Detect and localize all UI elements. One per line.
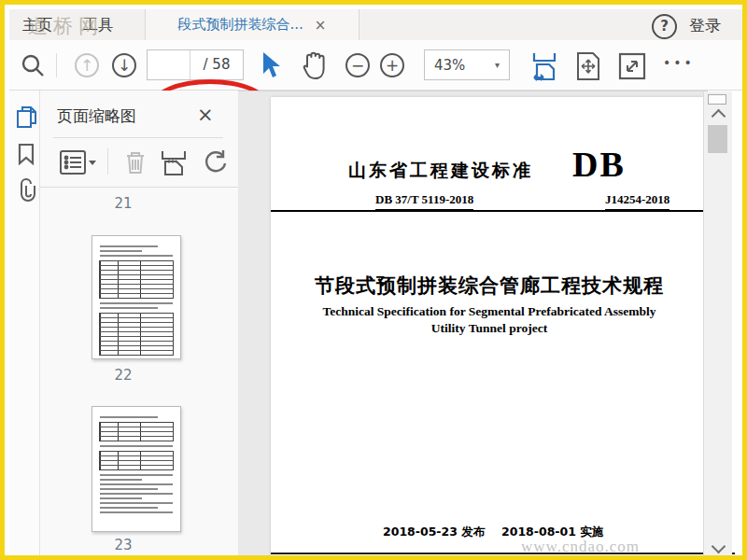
publish-date: 2018-05-23 发布 (383, 525, 485, 540)
delete-page-button[interactable] (122, 148, 148, 176)
scroll-down-icon[interactable] (712, 539, 726, 554)
next-page-button[interactable]: ↓ (112, 53, 136, 77)
zoom-out-button[interactable]: − (345, 53, 370, 77)
title-bar: 主页 工具 道桥网 段式预制拼装综合... × ? 登录 (9, 9, 747, 40)
thumbnail-page-label: 21 (40, 195, 206, 212)
record-number: J14254-2018 (605, 192, 669, 211)
thumbnail-panel: 页面缩略图 × (40, 91, 238, 560)
panel-close-icon[interactable]: × (197, 104, 214, 126)
document-tab-label: 段式预制拼装综合... (178, 16, 303, 34)
more-options-button[interactable]: ••• (663, 55, 695, 70)
document-scrollbar[interactable] (703, 91, 732, 560)
fullscreen-button[interactable] (618, 52, 646, 80)
zoom-level-select[interactable]: 43% ▾ (424, 49, 510, 80)
site-watermark: www.cndao.com (521, 538, 640, 556)
fit-width-button[interactable] (530, 51, 558, 81)
scroll-up-icon[interactable] (712, 109, 726, 124)
document-page: 山东省工程建设标准 DB DB 37/T 5119-2018 J14254-20… (271, 97, 708, 560)
standard-label: 山东省工程建设标准 (348, 159, 533, 183)
panel-divider (40, 187, 238, 188)
zoom-level-value: 43% (434, 57, 465, 74)
chevron-down-icon: ▾ (495, 60, 500, 70)
page-number-input[interactable] (148, 50, 190, 79)
document-area: 山东省工程建设标准 DB DB 37/T 5119-2018 J14254-20… (238, 91, 708, 560)
sidebar-item-attachments[interactable] (16, 178, 36, 199)
select-tool-button[interactable] (260, 51, 284, 79)
scrollbar-top-button[interactable] (708, 94, 726, 105)
thumbnail-page-23[interactable] (92, 406, 181, 532)
help-button[interactable]: ? (652, 14, 677, 39)
menu-tab-home[interactable]: 主页 (9, 9, 65, 40)
thumbnail-page-label: 22 (40, 367, 206, 384)
previous-page-button[interactable]: ↑ (75, 53, 99, 77)
thumbnail-page-22[interactable] (92, 235, 181, 359)
fit-page-button[interactable] (575, 51, 601, 81)
footer-rule (271, 553, 735, 554)
panel-toolbar-divider (107, 148, 108, 175)
scrollbar-thumb[interactable] (708, 125, 727, 153)
navigation-sidebar (9, 91, 40, 560)
rotate-page-button[interactable] (201, 148, 229, 176)
zoom-in-button[interactable]: + (380, 53, 404, 77)
thumbnail-table-sketch (99, 422, 174, 441)
login-button[interactable]: 登录 (689, 12, 721, 38)
panel-title: 页面缩略图 (57, 105, 136, 127)
hand-tool-button[interactable] (299, 49, 329, 81)
db-mark: DB (572, 144, 626, 185)
thumbnail-page-label: 23 (40, 537, 206, 553)
thumbnail-view-options-button[interactable] (59, 148, 96, 176)
panel-divider (53, 137, 223, 138)
page-navigation-box: / 58 (147, 49, 244, 80)
resize-pages-button[interactable] (160, 148, 190, 176)
sidebar-item-thumbnails[interactable] (16, 105, 36, 126)
app-window: 主页 工具 道桥网 段式预制拼装综合... × ? 登录 ↑ ↓ / 58 − (0, 0, 747, 560)
document-title-cn: 节段式预制拼装综合管廊工程技术规程 (271, 273, 708, 299)
search-icon[interactable] (21, 53, 45, 77)
toolbar: ↑ ↓ / 58 − + 43% ▾ (9, 40, 747, 91)
thumbnail-table-sketch (99, 451, 174, 470)
close-icon[interactable]: × (315, 17, 327, 34)
standard-number: DB 37/T 5119-2018 (375, 192, 473, 211)
header-rule (271, 210, 708, 212)
thumbnail-sketch (100, 245, 158, 247)
document-tab[interactable]: 段式预制拼装综合... × (145, 9, 359, 40)
sidebar-item-bookmarks[interactable] (16, 143, 36, 163)
document-title-en-line1: Technical Specification for Segmental Pr… (271, 304, 708, 319)
toolbar-divider (56, 53, 57, 77)
thumbnail-table-sketch (99, 313, 174, 356)
thumbnail-sketch (100, 416, 158, 418)
page-total-label: / 58 (190, 50, 243, 79)
thumbnail-table-sketch (99, 260, 174, 299)
document-title-en-line2: Utility Tunnel project (271, 321, 708, 336)
menu-tab-tools[interactable]: 工具 (70, 9, 126, 40)
